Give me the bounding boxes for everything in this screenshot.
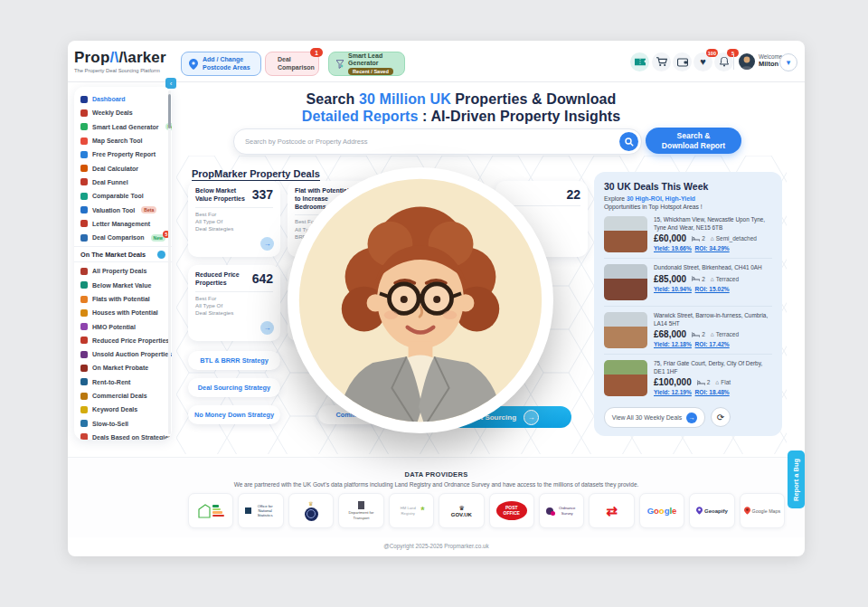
search-input[interactable] [234, 138, 619, 146]
card-arrow-button[interactable]: → [260, 237, 274, 251]
app-logo[interactable]: Prop/\/\arker The Property Deal Sourcing… [74, 49, 166, 73]
notifications-bell-icon[interactable]: 5 [714, 52, 733, 71]
sidebar-item-reduced-price[interactable]: Reduced Price Properties [74, 334, 172, 347]
card-arrow-button[interactable]: → [260, 321, 274, 335]
strategy-pill-btl-brrr[interactable]: BTL & BRRR Strategy [188, 351, 280, 370]
sidebar-item-valuation-tool[interactable]: Valuation ToolBeta [74, 203, 172, 216]
sidebar-item-label: Map Search Tool [92, 138, 143, 144]
roi-link[interactable]: ROI: 18.48% [695, 389, 730, 395]
sidebar-collapse-button[interactable]: ‹ [165, 78, 176, 89]
sidebar-item-label: Deal Comparison [92, 234, 145, 241]
weekly-listing[interactable]: 15, Whickham View, Newcastle Upon Tyne, … [604, 211, 772, 259]
sidebar-item-label: Keyword Deals [92, 406, 137, 413]
section-toggle-icon[interactable] [157, 251, 165, 259]
roi-link[interactable]: ROI: 34.29% [695, 245, 730, 251]
strategy-pill-deal-sourcing[interactable]: Deal Sourcing Strategy [188, 378, 280, 397]
yield-link[interactable]: Yield: 10.94% [654, 286, 692, 292]
search-download-report-button[interactable]: Search & Download Report [646, 128, 741, 154]
building-icon: ⌂ [711, 276, 714, 282]
add-change-postcode-button[interactable]: Add / ChangePostcode Areas [181, 52, 261, 76]
refresh-deals-button[interactable]: ⟳ [711, 407, 731, 427]
yield-link[interactable]: Yield: 12.18% [654, 341, 692, 347]
sidebar-item-rent-to-rent[interactable]: Rent-to-Rent [74, 375, 172, 389]
scrollbar-thumb[interactable] [168, 94, 171, 128]
deal-card-reduced-price[interactable]: Reduced Price Properties642 Best ForAll … [188, 265, 280, 341]
sidebar-item-deal-calculator[interactable]: Deal Calculator [74, 161, 172, 175]
cart-icon[interactable] [652, 52, 671, 71]
weekly-listing[interactable]: 75, Friar Gate Court, Derby, City Of Der… [604, 355, 772, 402]
sidebar-item-letter-management[interactable]: Letter Management [74, 217, 172, 231]
sidebar-item-keyword-deals[interactable]: Keyword Deals [74, 403, 172, 416]
hero-line1-highlight: 30 Million UK [359, 91, 451, 107]
sidebar-item-deal-comparison[interactable]: Deal ComparisonNew5 [74, 231, 172, 244]
hero-line2-b: : AI-Driven Property Insights [418, 109, 620, 124]
sidebar-item-deal-funnel[interactable]: Deal Funnel [74, 175, 172, 189]
sidebar-section-on-the-market[interactable]: On The Market Deals [74, 246, 172, 262]
epc-house-icon [198, 504, 211, 518]
roi-link[interactable]: ROI: 17.42% [695, 341, 730, 347]
listing-beds: 2 [692, 276, 705, 282]
roi-link[interactable]: ROI: 15.02% [695, 286, 730, 292]
smart-lead-badge: Recent / Saved [348, 68, 393, 75]
sidebar-item-label: Below Market Value [92, 282, 151, 289]
smart-lead-generator-button[interactable]: Smart Lead GeneratorRecent / Saved [328, 52, 405, 76]
bed-icon [692, 332, 700, 337]
logo-tagline: The Property Deal Sourcing Platform [74, 68, 166, 73]
listing-address: Warwick Street, Barrow-in-furness, Cumbr… [654, 312, 772, 327]
hero-line1-a: Search [307, 91, 360, 107]
listing-address: 15, Whickham View, Newcastle Upon Tyne, … [654, 216, 772, 232]
sidebar-item-comparable-tool[interactable]: Comparable Tool [74, 189, 172, 203]
google-logo: Google [639, 493, 684, 528]
sidebar-item-weekly-deals[interactable]: Weekly Deals [74, 106, 172, 119]
listing-address: 75, Friar Gate Court, Derby, City Of Der… [654, 360, 772, 375]
user-avatar[interactable] [739, 53, 755, 70]
dashboard-icon [80, 96, 88, 103]
deal-card-desc: Best ForAll Type OfDeal Strategies [195, 295, 273, 318]
sidebar-item-label: Unsold Auction Properties [92, 351, 172, 357]
sidebar-item-commercial-deals[interactable]: Commercial Deals [74, 389, 172, 403]
weekly-listing[interactable]: Dundonald Street, Birkenhead, CH41 0AH £… [604, 259, 772, 307]
listing-type: ⌂Terraced [711, 276, 739, 282]
sidebar-item-label: Deals Based on Strategies [92, 434, 172, 440]
sidebar-item-map-search-tool[interactable]: Map Search Tool [74, 134, 172, 147]
sidebar-item-hmo-potential[interactable]: HMO Potential [74, 319, 172, 333]
sidebar-item-free-property-report[interactable]: Free Property Report [74, 147, 172, 161]
sidebar-item-slow-to-sell[interactable]: Slow-to-Sell [74, 417, 172, 431]
sidebar-item-deals-strategies[interactable]: Deals Based on Strategies [74, 431, 172, 440]
wallet-icon[interactable] [673, 52, 692, 71]
geoapify-pin-icon [696, 507, 703, 515]
sidebar-scrollbar[interactable] [168, 90, 171, 434]
search-submit-button[interactable] [619, 132, 638, 151]
deal-card-count: 337 [252, 187, 273, 204]
sidebar-item-houses-with-potential[interactable]: Houses with Potential [74, 306, 172, 319]
property-search-bar[interactable] [233, 128, 642, 155]
sidebar-item-dashboard[interactable]: Dashboard [74, 92, 172, 106]
post-office-logo: POSTOFFICE [489, 493, 534, 528]
tickets-icon[interactable] [630, 52, 649, 71]
yield-link[interactable]: Yield: 19.66% [654, 245, 692, 251]
sidebar-item-below-market-value[interactable]: Below Market Value [74, 279, 172, 292]
deal-card-bmv[interactable]: Below Market Value Properties337 Best Fo… [188, 181, 280, 257]
keyword-icon [80, 406, 88, 413]
hero-line1-c: Properties & Download [451, 91, 617, 107]
weekly-listing[interactable]: Warwick Street, Barrow-in-furness, Cumbr… [604, 307, 772, 355]
hero-line2-highlight: Detailed Reports [302, 109, 419, 124]
deal-comparison-button[interactable]: DealComparison 1 [265, 52, 319, 76]
sidebar-item-label: Rent-to-Rent [92, 379, 130, 385]
sidebar-item-label: HMO Potential [92, 324, 136, 330]
listing-type: ⌂Terraced [711, 331, 739, 337]
favorites-heart-icon[interactable]: ♥ 100 [693, 52, 712, 71]
yield-link[interactable]: Yield: 12.19% [654, 389, 692, 395]
sidebar-item-unsold-auction[interactable]: Unsold Auction Properties [74, 347, 172, 361]
sidebar-item-smart-lead-generator[interactable]: Smart Lead GeneratorNew [74, 120, 172, 134]
view-all-weekly-deals-button[interactable]: View All 30 Weekly Deals → [604, 407, 705, 428]
sidebar-item-on-market-probate[interactable]: On Market Probate [74, 361, 172, 375]
dft-logo: Department for Transport [338, 493, 383, 528]
strategy-pill-no-money-down[interactable]: No Money Down Strategy [188, 405, 280, 424]
report-bug-tab[interactable]: Report a Bug [788, 451, 805, 508]
weekly-deals-panel: 30 UK Deals This Week Explore 30 High-RO… [594, 172, 782, 436]
crown-icon: ♛ [308, 501, 313, 507]
account-menu-chevron[interactable]: ▾ [779, 53, 797, 71]
sidebar-item-all-property-deals[interactable]: All Property Deals [74, 264, 172, 278]
sidebar-item-flats-with-potential[interactable]: Flats with Potential [74, 292, 172, 306]
